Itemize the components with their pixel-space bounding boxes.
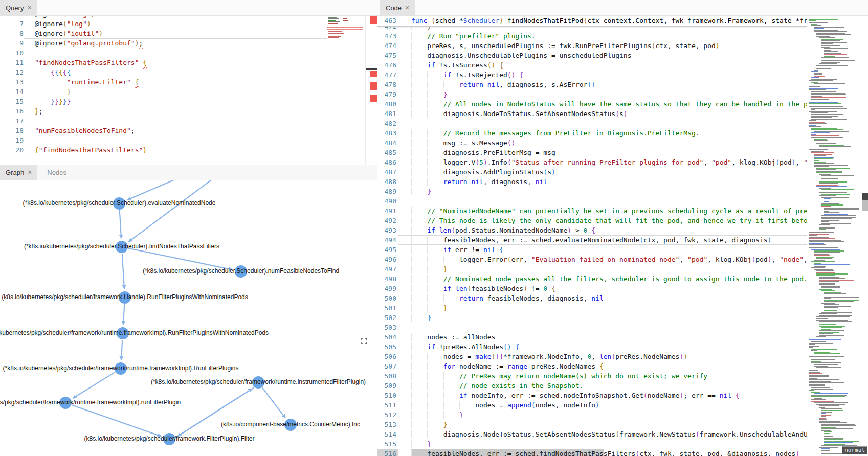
close-icon[interactable]: × — [405, 4, 409, 11]
code-text: return nil, diagnosis, s.AsError() — [398, 80, 807, 89]
tab-graph[interactable]: Graph × — [0, 165, 37, 180]
code-line: 487 diagnosis.AddPluginStatus(s) — [377, 167, 807, 177]
minimap-slider[interactable] — [862, 193, 868, 200]
code-line: 502 } — [377, 313, 807, 323]
graph-node-label[interactable]: (k8s.io/component-base/metrics.CounterMe… — [221, 421, 360, 428]
code-text: // node exists in the Snapshot. — [398, 381, 807, 391]
code-text: } — [398, 420, 807, 429]
code-line: 473 // Run "prefilter" plugins. — [377, 31, 807, 41]
code-line: 14 } — [0, 87, 377, 97]
code-line: 505 if !preRes.AllNodes() { — [377, 342, 807, 352]
line-number: 515 — [377, 439, 398, 449]
code-line: 497 } — [377, 264, 807, 274]
line-number: 19 — [0, 135, 24, 145]
line-number: 483 — [377, 128, 398, 138]
code-line: 512 } — [377, 410, 807, 420]
line-number: 501 — [377, 303, 398, 313]
line-number: 486 — [377, 157, 398, 167]
graph-node-label[interactable]: (*k8s.io/kubernetes/pkg/scheduler/framew… — [151, 378, 366, 385]
graph-node-label[interactable]: (*k8s.io/kubernetes/pkg/scheduler/framew… — [0, 399, 181, 406]
code-text: for nodeName := range preRes.NodeNames { — [398, 361, 807, 371]
code-text: } — [398, 303, 807, 313]
graph-node-label[interactable]: (*k8s.io/kubernetes/pkg/scheduler/framew… — [3, 364, 239, 372]
query-minimap[interactable] — [327, 16, 365, 39]
tab-code[interactable]: Code × — [380, 0, 415, 15]
tab-query[interactable]: Query × — [0, 0, 37, 15]
query-editor[interactable]: 6@ignore("klog")7@ignore("log")8@ignore(… — [0, 9, 377, 155]
line-number: 513 — [377, 420, 398, 429]
code-text: if nodeInfo, err := sched.nodeInfoSnapsh… — [398, 391, 807, 400]
code-text: // "NominatedNodeName" can potentially b… — [398, 206, 807, 216]
query-panel: 6@ignore("klog")7@ignore("log")8@ignore(… — [0, 0, 377, 165]
code-text: return feasibleNodes, diagnosis, nil — [398, 293, 807, 303]
code-text: } — [398, 313, 807, 323]
code-text: feasibleNodes, err := sched.findNodesTha… — [398, 449, 807, 456]
code-text: if len(feasibleNodes) != 0 { — [398, 284, 807, 293]
line-number: 494 — [377, 235, 398, 245]
query-overview-ruler[interactable] — [365, 15, 377, 165]
line-number: 482 — [377, 119, 398, 128]
code-line: 479 } — [377, 89, 807, 99]
code-line: 483 // Record the messages from PreFilte… — [377, 128, 807, 138]
code-text: @ignore("ioutil") — [24, 29, 377, 38]
code-text: return nil, diagnosis, nil — [398, 177, 807, 187]
code-text: diagnosis.AddPluginStatus(s) — [398, 167, 807, 177]
code-panel: Code × 463 func (sched *Scheduler) findN… — [377, 0, 868, 456]
code-text: if !preRes.AllNodes() { — [398, 342, 807, 352]
graph-node-label[interactable]: (*k8s.io/kubernetes/pkg/scheduler.Schedu… — [23, 199, 216, 207]
code-text: } — [398, 439, 807, 449]
tab-nodes[interactable]: Nodes — [41, 165, 72, 180]
line-number: 9 — [0, 38, 24, 48]
graph-node-label[interactable]: (*k8s.io/kubernetes/pkg/scheduler/framew… — [0, 329, 269, 336]
code-line: 496 logger.Error(err, "Evaluation failed… — [377, 255, 807, 264]
line-number: 15 — [0, 97, 24, 106]
line-number: 498 — [377, 274, 398, 284]
graph-edge — [122, 254, 124, 289]
code-minimap[interactable] — [807, 16, 866, 456]
graph-node-label[interactable]: (*k8s.io/kubernetes/pkg/scheduler.Schedu… — [143, 267, 339, 275]
code-line: 500 return feasibleNodes, diagnosis, nil — [377, 293, 807, 303]
code-line: 494 feasibleNodes, err := sched.evaluate… — [377, 235, 807, 245]
code-line: 474 preRes, s, unscheduledPlugins := fwk… — [377, 41, 807, 51]
code-line: 488 return nil, diagnosis, nil — [377, 177, 807, 187]
graph-node-label[interactable]: (*k8s.io/kubernetes/pkg/scheduler.Schedu… — [24, 243, 219, 250]
code-text: diagnosis.NodeToStatus.SetAbsentNodesSta… — [398, 429, 807, 439]
code-line: 493 if len(pod.Status.NominatedNodeName)… — [377, 225, 807, 235]
graph-edge — [127, 180, 174, 200]
line-number: 8 — [0, 29, 24, 38]
line-number: 487 — [377, 167, 398, 177]
line-number: 476 — [377, 60, 398, 70]
line-number: 475 — [377, 51, 398, 60]
scroll-position-indicator — [366, 68, 377, 70]
graph-node-label[interactable]: (k8s.io/kubernetes/pkg/scheduler/framewo… — [84, 435, 255, 442]
line-number: 500 — [377, 293, 398, 303]
code-text: logger.Error(err, "Evaluation failed on … — [398, 255, 807, 264]
code-text: if err != nil { — [398, 245, 807, 255]
code-text: // Nominated node passes all the filters… — [398, 274, 807, 284]
code-line: 20{"findNodesThatPassFilters"} — [0, 145, 377, 155]
code-text: } — [398, 264, 807, 274]
line-number: 473 — [377, 31, 398, 41]
code-text: // This node is likely the only candidat… — [398, 216, 807, 225]
code-text: } — [24, 87, 377, 97]
code-line: 504 nodes := allNodes — [377, 332, 807, 342]
code-line: 501 } — [377, 303, 807, 313]
call-graph-canvas[interactable]: (*k8s.io/kubernetes/pkg/scheduler.Schedu… — [0, 180, 377, 456]
line-number: 474 — [377, 41, 398, 51]
line-number: 502 — [377, 313, 398, 323]
code-editor[interactable]: 472 }473 // Run "prefilter" plugins.474 … — [377, 21, 807, 456]
graph-edge — [128, 248, 233, 270]
close-icon[interactable]: × — [27, 4, 31, 11]
code-text: // PreRes may return nodeName(s) which d… — [398, 371, 807, 381]
line-number: 493 — [377, 225, 398, 235]
code-line: 477 if !s.IsRejected() { — [377, 70, 807, 80]
code-scrollbar[interactable] — [862, 0, 868, 456]
line-number: 17 — [0, 116, 24, 126]
close-icon[interactable]: × — [28, 169, 32, 176]
line-number: 481 — [377, 109, 398, 119]
graph-node-label[interactable]: (k8s.io/kubernetes/pkg/scheduler/framewo… — [2, 293, 248, 301]
code-line: 498 // Nominated node passes all the fil… — [377, 274, 807, 284]
code-text: // Run "prefilter" plugins. — [398, 31, 807, 41]
code-line: 499 if len(feasibleNodes) != 0 { — [377, 284, 807, 293]
code-text: logger.V(5).Info("Status after running P… — [398, 157, 807, 167]
